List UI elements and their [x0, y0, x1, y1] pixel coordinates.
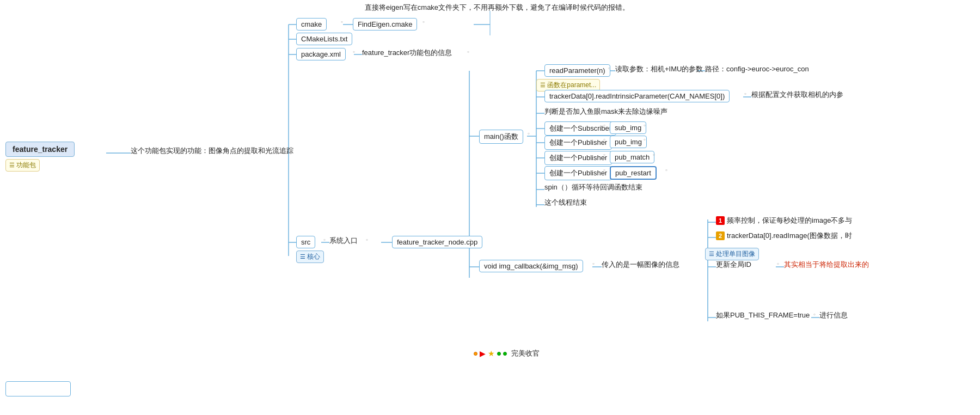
root-label: feature_tracker: [5, 142, 75, 157]
root-description: 这个功能包实现的功能：图像角点的提取和光流追踪: [131, 146, 293, 156]
cmake-node[interactable]: cmake: [296, 18, 327, 30]
status-dot-green: [497, 352, 501, 356]
tracker-data-node[interactable]: trackerData[0].readIntrinsicParameter(CA…: [544, 90, 730, 102]
path-desc: 路径：config->euroc->euroc_con: [705, 64, 809, 74]
freq-num2-badge: 2: [716, 231, 725, 240]
status-star: ★: [488, 349, 495, 358]
pub-restart-dot: ◦: [665, 166, 667, 174]
src-node[interactable]: src: [296, 236, 315, 248]
status-row: ▶ ★ 完美收官: [474, 349, 540, 358]
freq-num1-badge: 1: [716, 216, 725, 225]
tracker-dot: ◦: [744, 90, 746, 97]
read-parameter-node[interactable]: readParameter(n): [544, 64, 610, 77]
pub-match-dot: ◦: [653, 151, 655, 158]
status-icons: ▶ ★ 完美收官: [474, 349, 540, 358]
thread-end-node: 这个线程结束: [544, 198, 587, 207]
update-global-id-node: 更新全局ID: [716, 260, 751, 270]
callback-dot: ◦: [592, 260, 595, 267]
update-global-id-desc: 其实相当于将给提取出来的: [784, 260, 869, 270]
subscriber-node[interactable]: 创建一个Subscriber: [544, 121, 616, 136]
badge-icon: ☰: [9, 162, 15, 168]
core-icon: ☰: [300, 253, 305, 260]
pub2-dot: ◦: [603, 151, 605, 158]
pub-img-node[interactable]: pub_img: [610, 136, 647, 148]
package-xml-node[interactable]: package.xml: [296, 48, 346, 60]
read-param-dot: ◦: [608, 64, 610, 72]
process-badge: ☰ 处理单目图像: [705, 248, 759, 260]
process-icon: ☰: [709, 251, 714, 257]
main-func-node[interactable]: main()函数: [479, 130, 523, 144]
sub-img-dot: ◦: [644, 121, 646, 129]
cpp-dot: ◦: [469, 236, 471, 243]
find-eigen-node[interactable]: FindEigen.cmake: [353, 18, 417, 30]
spin-node: spin（）循环等待回调函数结束: [544, 182, 642, 192]
pub-this-frame-desc: 进行信息: [819, 310, 848, 320]
sub-img-node[interactable]: sub_img: [610, 121, 646, 134]
publisher3-node[interactable]: 创建一个Publisher: [544, 166, 612, 180]
pub-this-frame-node: 如果PUB_THIS_FRAME=true: [716, 310, 810, 320]
publisher1-node[interactable]: 创建一个Publisher: [544, 136, 612, 150]
in-param-icon: ☰: [540, 82, 546, 88]
package-dot2: ◦: [467, 48, 469, 56]
publisher2-node[interactable]: 创建一个Publisher: [544, 151, 612, 165]
global-id-dot: ◦: [777, 260, 779, 267]
find-eigen-dot: ◦: [422, 18, 425, 26]
cmake-dot: ◦: [341, 18, 343, 26]
status-arrow: ▶: [480, 349, 486, 358]
src-dot1: ◦: [323, 236, 326, 243]
package-dot: ◦: [353, 48, 355, 56]
bottom-partial-node[interactable]: [5, 381, 71, 396]
pub-img-dot: ◦: [644, 136, 646, 143]
root-node[interactable]: feature_tracker: [5, 142, 75, 157]
status-dot-green2: [503, 352, 507, 356]
pub-restart-node[interactable]: pub_restart: [610, 166, 657, 180]
mind-map: feature_tracker ☰ 功能包 这个功能包实现的功能：图像角点的提取…: [0, 0, 980, 415]
src-dot2: ◦: [366, 236, 368, 243]
img-callback-node[interactable]: void img_callback(&img_msg): [479, 260, 583, 272]
status-dot-orange: [474, 352, 477, 356]
package-xml-desc: feature_tracker功能包的信息: [362, 48, 452, 58]
freq-control-node: 1 频率控制，保证每秒处理的image不多与: [716, 216, 852, 225]
tracker-data-desc: 根据配置文件获取相机的内参: [751, 90, 843, 100]
read-param-desc: 读取参数：相机+IMU的参数: [615, 64, 703, 74]
main-dot: ◦: [528, 130, 530, 137]
cmakelists-node[interactable]: CMakeLists.txt: [296, 33, 352, 45]
pub-match-node[interactable]: pub_match: [610, 151, 654, 163]
pub3-dot: ◦: [603, 166, 605, 174]
sub-dot: ◦: [603, 121, 605, 129]
root-badge: ☰ 功能包: [5, 159, 40, 172]
system-entry: 系统入口: [329, 236, 358, 246]
core-badge: ☰ 核心: [296, 251, 324, 263]
cmake-desc: 直接将eigen写在cmake文件夹下，不用再额外下载，避免了在编译时候代码的报…: [365, 3, 629, 13]
pub1-dot: ◦: [603, 136, 605, 143]
pub-frame-dot: ◦: [813, 310, 816, 318]
img-callback-desc: 传入的是一幅图像的信息: [602, 260, 679, 270]
tracker-read-node: 2 trackerData[0].readImage(图像数据，时: [716, 231, 852, 241]
fish-eye-node: 判断是否加入鱼眼mask来去除边缘噪声: [544, 107, 667, 117]
